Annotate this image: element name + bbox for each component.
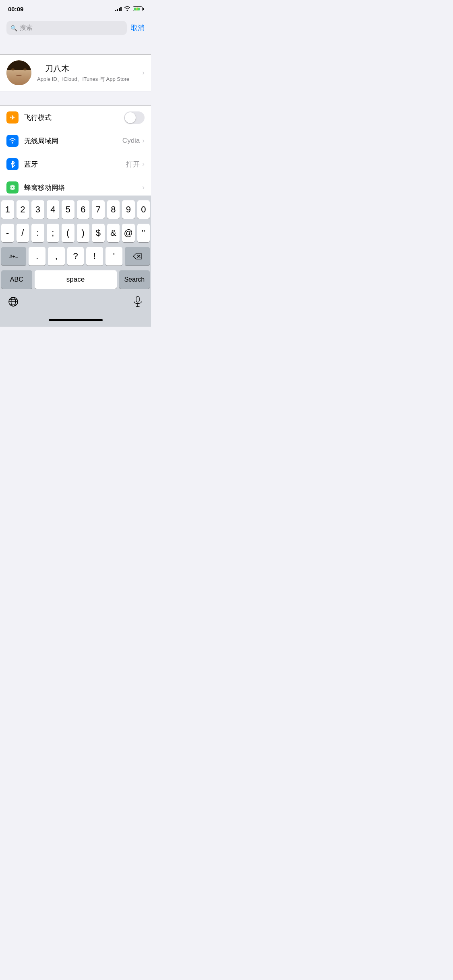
key-minus[interactable]: -	[1, 224, 14, 242]
cancel-button[interactable]: 取消	[131, 23, 145, 33]
battery-icon: ⚡	[133, 6, 144, 11]
bluetooth-chevron-icon: ›	[142, 160, 145, 168]
signal-bar-4	[120, 7, 122, 11]
status-icons: ⚡	[115, 6, 144, 12]
profile-name: ゞ刀八木	[37, 63, 137, 74]
signal-bar-3	[119, 8, 120, 11]
profile-info: ゞ刀八木 Apple ID、iCloud、iTunes 与 App Store	[37, 63, 137, 83]
keyboard-row-symbols: - / : ; ( ) $ & @ "	[1, 224, 150, 242]
key-1[interactable]: 1	[1, 200, 14, 219]
key-apostrophe[interactable]: '	[105, 247, 122, 266]
signal-bar-1	[115, 10, 116, 11]
key-exclaim[interactable]: !	[86, 247, 103, 266]
key-slash[interactable]: /	[17, 224, 29, 242]
group-separator	[0, 91, 151, 105]
key-symbols-toggle[interactable]: #+=	[1, 247, 26, 266]
profile-card[interactable]: ゞ刀八木 Apple ID、iCloud、iTunes 与 App Store …	[0, 54, 151, 91]
microphone-icon[interactable]	[129, 293, 146, 310]
status-bar: 00:09 ⚡	[0, 0, 151, 18]
signal-bar-2	[117, 9, 118, 11]
wifi-icon	[6, 135, 19, 147]
cellular-label: 蜂窝移动网络	[24, 183, 142, 192]
wifi-status-icon	[124, 6, 130, 12]
wifi-label: 无线局域网	[24, 136, 122, 146]
key-ampersand[interactable]: &	[107, 224, 120, 242]
key-8[interactable]: 8	[107, 200, 120, 219]
airplane-mode-label: 飞行模式	[24, 113, 124, 122]
svg-rect-12	[136, 296, 139, 302]
key-search[interactable]: Search	[119, 270, 150, 289]
search-bar-container: 🔍 搜索 取消	[0, 18, 151, 39]
key-9[interactable]: 9	[122, 200, 135, 219]
key-period[interactable]: .	[29, 247, 46, 266]
keyboard-row-bottom: ABC space Search	[1, 270, 150, 289]
key-at[interactable]: @	[122, 224, 135, 242]
key-0[interactable]: 0	[137, 200, 150, 219]
key-semicolon[interactable]: ;	[47, 224, 60, 242]
search-icon: 🔍	[10, 25, 17, 31]
wifi-row[interactable]: 无线局域网 Cydia ›	[0, 129, 151, 152]
cellular-icon	[6, 181, 19, 194]
keyboard-row-special: #+= . , ? ! '	[1, 247, 150, 266]
keyboard-bottom-row	[0, 292, 151, 313]
avatar	[6, 60, 31, 85]
key-4[interactable]: 4	[47, 200, 60, 219]
key-abc[interactable]: ABC	[1, 270, 32, 289]
bluetooth-label: 蓝牙	[24, 160, 126, 169]
key-6[interactable]: 6	[77, 200, 90, 219]
key-colon[interactable]: :	[31, 224, 44, 242]
wifi-value: Cydia	[122, 137, 140, 145]
profile-chevron-icon: ›	[142, 69, 145, 77]
key-3[interactable]: 3	[31, 200, 44, 219]
key-comma[interactable]: ,	[48, 247, 65, 266]
key-5[interactable]: 5	[62, 200, 74, 219]
key-lparen[interactable]: (	[62, 224, 74, 242]
key-quote[interactable]: "	[137, 224, 150, 242]
bluetooth-row[interactable]: 蓝牙 打开 ›	[0, 152, 151, 176]
key-rparen[interactable]: )	[77, 224, 90, 242]
key-7[interactable]: 7	[92, 200, 105, 219]
search-placeholder: 搜索	[20, 24, 33, 32]
status-time: 00:09	[8, 6, 23, 12]
key-dollar[interactable]: $	[92, 224, 105, 242]
profile-subtitle: Apple ID、iCloud、iTunes 与 App Store	[37, 76, 137, 83]
keyboard: 1 2 3 4 5 6 7 8 9 0 - / : ; ( ) $ & @ " …	[0, 196, 151, 327]
keyboard-rows: 1 2 3 4 5 6 7 8 9 0 - / : ; ( ) $ & @ " …	[0, 196, 151, 292]
airplane-mode-row[interactable]: ✈ 飞行模式	[0, 106, 151, 129]
airplane-mode-icon: ✈	[6, 111, 19, 124]
svg-point-1	[11, 186, 14, 189]
airplane-mode-toggle[interactable]	[124, 111, 145, 124]
globe-icon[interactable]	[5, 293, 22, 310]
search-input-wrapper[interactable]: 🔍 搜索	[6, 21, 127, 35]
bluetooth-value: 打开	[126, 160, 140, 169]
keyboard-row-numbers: 1 2 3 4 5 6 7 8 9 0	[1, 200, 150, 219]
section-separator-top	[0, 39, 151, 54]
delete-key[interactable]	[125, 247, 150, 266]
bluetooth-icon	[6, 158, 19, 170]
toggle-thumb	[125, 112, 136, 123]
wifi-chevron-icon: ›	[142, 137, 145, 145]
key-space[interactable]: space	[35, 270, 117, 289]
signal-bars-icon	[115, 6, 122, 11]
cellular-chevron-icon: ›	[142, 183, 145, 191]
home-indicator	[0, 313, 151, 327]
key-question[interactable]: ?	[67, 247, 84, 266]
home-bar	[49, 319, 103, 321]
key-2[interactable]: 2	[17, 200, 29, 219]
